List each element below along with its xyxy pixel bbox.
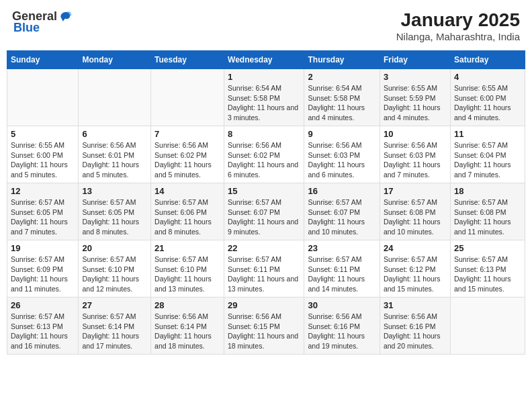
calendar-week-row: 12Sunrise: 6:57 AMSunset: 6:05 PMDayligh… xyxy=(7,183,525,240)
day-number: 28 xyxy=(154,300,220,310)
calendar-cell: 8Sunrise: 6:56 AMSunset: 6:02 PMDaylight… xyxy=(224,126,304,183)
calendar-cell: 2Sunrise: 6:54 AMSunset: 5:58 PMDaylight… xyxy=(304,69,380,126)
calendar-header-row: SundayMondayTuesdayWednesdayThursdayFrid… xyxy=(7,51,525,69)
calendar-cell: 7Sunrise: 6:56 AMSunset: 6:02 PMDaylight… xyxy=(151,126,224,183)
day-info: Sunrise: 6:56 AMSunset: 6:01 PMDaylight:… xyxy=(82,140,147,180)
day-info: Sunrise: 6:56 AMSunset: 6:16 PMDaylight:… xyxy=(384,312,447,351)
day-number: 17 xyxy=(384,186,447,196)
day-info: Sunrise: 6:57 AMSunset: 6:07 PMDaylight:… xyxy=(308,197,375,237)
logo: General Blue xyxy=(12,9,72,35)
col-header-friday: Friday xyxy=(380,51,450,69)
calendar-cell: 27Sunrise: 6:57 AMSunset: 6:14 PMDayligh… xyxy=(79,298,151,355)
day-number: 2 xyxy=(308,72,375,82)
calendar-cell: 20Sunrise: 6:57 AMSunset: 6:10 PMDayligh… xyxy=(79,240,151,298)
day-number: 22 xyxy=(228,243,300,253)
col-header-sunday: Sunday xyxy=(7,51,79,69)
day-info: Sunrise: 6:57 AMSunset: 6:06 PMDaylight:… xyxy=(154,197,220,237)
calendar-cell: 17Sunrise: 6:57 AMSunset: 6:08 PMDayligh… xyxy=(380,183,450,240)
calendar-cell: 4Sunrise: 6:55 AMSunset: 6:00 PMDaylight… xyxy=(450,69,525,126)
calendar-cell xyxy=(450,298,525,355)
day-info: Sunrise: 6:57 AMSunset: 6:11 PMDaylight:… xyxy=(308,255,375,294)
day-number: 6 xyxy=(82,129,147,139)
day-number: 26 xyxy=(11,300,75,310)
day-number: 5 xyxy=(11,129,75,139)
day-info: Sunrise: 6:57 AMSunset: 6:08 PMDaylight:… xyxy=(384,197,447,237)
calendar-cell: 23Sunrise: 6:57 AMSunset: 6:11 PMDayligh… xyxy=(304,240,380,298)
calendar-week-row: 5Sunrise: 6:55 AMSunset: 6:00 PMDaylight… xyxy=(7,126,525,183)
day-info: Sunrise: 6:55 AMSunset: 6:00 PMDaylight:… xyxy=(11,140,75,180)
calendar-cell: 31Sunrise: 6:56 AMSunset: 6:16 PMDayligh… xyxy=(380,298,450,355)
day-info: Sunrise: 6:57 AMSunset: 6:10 PMDaylight:… xyxy=(82,255,147,294)
day-number: 11 xyxy=(454,129,521,139)
calendar-cell: 3Sunrise: 6:55 AMSunset: 5:59 PMDaylight… xyxy=(380,69,450,126)
col-header-monday: Monday xyxy=(79,51,151,69)
day-info: Sunrise: 6:57 AMSunset: 6:10 PMDaylight:… xyxy=(154,255,220,294)
calendar-cell: 18Sunrise: 6:57 AMSunset: 6:08 PMDayligh… xyxy=(450,183,525,240)
day-info: Sunrise: 6:54 AMSunset: 5:58 PMDaylight:… xyxy=(308,83,375,123)
day-info: Sunrise: 6:56 AMSunset: 6:03 PMDaylight:… xyxy=(308,140,375,180)
day-info: Sunrise: 6:57 AMSunset: 6:13 PMDaylight:… xyxy=(11,312,75,351)
day-info: Sunrise: 6:56 AMSunset: 6:03 PMDaylight:… xyxy=(384,140,447,180)
title-block: January 2025 Nilanga, Maharashtra, India xyxy=(396,9,520,42)
day-info: Sunrise: 6:57 AMSunset: 6:09 PMDaylight:… xyxy=(11,255,75,294)
calendar-cell: 21Sunrise: 6:57 AMSunset: 6:10 PMDayligh… xyxy=(151,240,224,298)
day-info: Sunrise: 6:57 AMSunset: 6:05 PMDaylight:… xyxy=(82,197,147,237)
calendar-cell: 28Sunrise: 6:56 AMSunset: 6:14 PMDayligh… xyxy=(151,298,224,355)
logo-icon xyxy=(58,10,72,24)
day-info: Sunrise: 6:54 AMSunset: 5:58 PMDaylight:… xyxy=(228,83,300,123)
day-number: 12 xyxy=(11,186,75,196)
day-number: 20 xyxy=(82,243,147,253)
day-number: 10 xyxy=(384,129,447,139)
calendar-cell: 13Sunrise: 6:57 AMSunset: 6:05 PMDayligh… xyxy=(79,183,151,240)
day-info: Sunrise: 6:55 AMSunset: 6:00 PMDaylight:… xyxy=(454,83,521,123)
day-number: 18 xyxy=(454,186,521,196)
page-subtitle: Nilanga, Maharashtra, India xyxy=(396,31,520,42)
page-title: January 2025 xyxy=(396,9,520,31)
day-info: Sunrise: 6:56 AMSunset: 6:14 PMDaylight:… xyxy=(154,312,220,351)
day-number: 13 xyxy=(82,186,147,196)
day-info: Sunrise: 6:56 AMSunset: 6:16 PMDaylight:… xyxy=(308,312,375,351)
day-number: 14 xyxy=(154,186,220,196)
calendar-cell: 16Sunrise: 6:57 AMSunset: 6:07 PMDayligh… xyxy=(304,183,380,240)
col-header-wednesday: Wednesday xyxy=(224,51,304,69)
calendar-cell: 5Sunrise: 6:55 AMSunset: 6:00 PMDaylight… xyxy=(7,126,79,183)
day-info: Sunrise: 6:57 AMSunset: 6:14 PMDaylight:… xyxy=(82,312,147,351)
col-header-saturday: Saturday xyxy=(450,51,525,69)
day-number: 9 xyxy=(308,129,375,139)
calendar-cell: 1Sunrise: 6:54 AMSunset: 5:58 PMDaylight… xyxy=(224,69,304,126)
day-number: 30 xyxy=(308,300,375,310)
calendar-week-row: 19Sunrise: 6:57 AMSunset: 6:09 PMDayligh… xyxy=(7,240,525,298)
calendar-cell: 10Sunrise: 6:56 AMSunset: 6:03 PMDayligh… xyxy=(380,126,450,183)
day-number: 3 xyxy=(384,72,447,82)
day-info: Sunrise: 6:55 AMSunset: 5:59 PMDaylight:… xyxy=(384,83,447,123)
day-info: Sunrise: 6:57 AMSunset: 6:07 PMDaylight:… xyxy=(228,197,300,237)
calendar-cell: 12Sunrise: 6:57 AMSunset: 6:05 PMDayligh… xyxy=(7,183,79,240)
day-number: 7 xyxy=(154,129,220,139)
calendar-cell: 22Sunrise: 6:57 AMSunset: 6:11 PMDayligh… xyxy=(224,240,304,298)
calendar-cell xyxy=(7,69,79,126)
calendar-cell: 30Sunrise: 6:56 AMSunset: 6:16 PMDayligh… xyxy=(304,298,380,355)
day-number: 27 xyxy=(82,300,147,310)
calendar-table: SundayMondayTuesdayWednesdayThursdayFrid… xyxy=(7,50,525,355)
day-number: 8 xyxy=(228,129,300,139)
calendar-cell: 14Sunrise: 6:57 AMSunset: 6:06 PMDayligh… xyxy=(151,183,224,240)
calendar-cell: 26Sunrise: 6:57 AMSunset: 6:13 PMDayligh… xyxy=(7,298,79,355)
calendar-cell: 29Sunrise: 6:56 AMSunset: 6:15 PMDayligh… xyxy=(224,298,304,355)
calendar-cell: 25Sunrise: 6:57 AMSunset: 6:13 PMDayligh… xyxy=(450,240,525,298)
day-number: 25 xyxy=(454,243,521,253)
day-number: 1 xyxy=(228,72,300,82)
calendar-cell: 9Sunrise: 6:56 AMSunset: 6:03 PMDaylight… xyxy=(304,126,380,183)
col-header-thursday: Thursday xyxy=(304,51,380,69)
day-info: Sunrise: 6:57 AMSunset: 6:12 PMDaylight:… xyxy=(384,255,447,294)
day-number: 31 xyxy=(384,300,447,310)
calendar-cell: 19Sunrise: 6:57 AMSunset: 6:09 PMDayligh… xyxy=(7,240,79,298)
day-info: Sunrise: 6:56 AMSunset: 6:15 PMDaylight:… xyxy=(228,312,300,351)
page-header: General Blue January 2025 Nilanga, Mahar… xyxy=(7,7,525,45)
col-header-tuesday: Tuesday xyxy=(151,51,224,69)
calendar-cell: 15Sunrise: 6:57 AMSunset: 6:07 PMDayligh… xyxy=(224,183,304,240)
day-number: 24 xyxy=(384,243,447,253)
calendar-week-row: 1Sunrise: 6:54 AMSunset: 5:58 PMDaylight… xyxy=(7,69,525,126)
calendar-week-row: 26Sunrise: 6:57 AMSunset: 6:13 PMDayligh… xyxy=(7,298,525,355)
logo-blue-text: Blue xyxy=(13,21,40,35)
calendar-cell: 6Sunrise: 6:56 AMSunset: 6:01 PMDaylight… xyxy=(79,126,151,183)
